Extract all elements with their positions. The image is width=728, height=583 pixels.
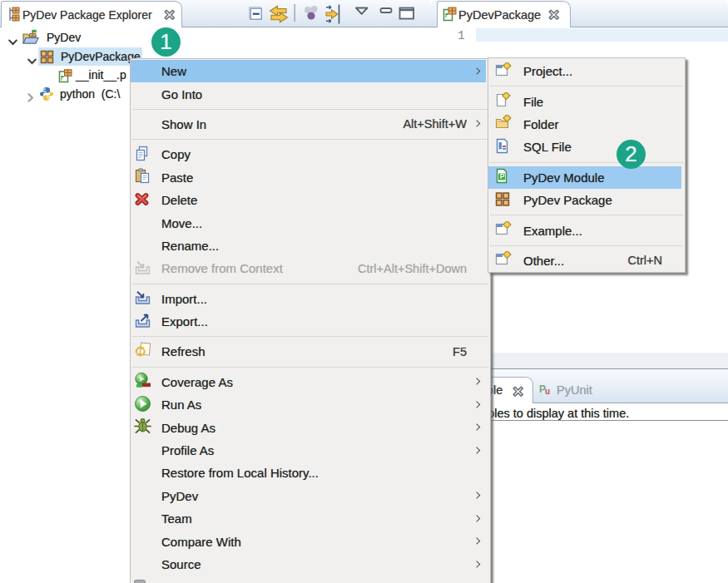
svg-text:P: P <box>500 172 505 180</box>
svg-text:u: u <box>545 387 550 396</box>
